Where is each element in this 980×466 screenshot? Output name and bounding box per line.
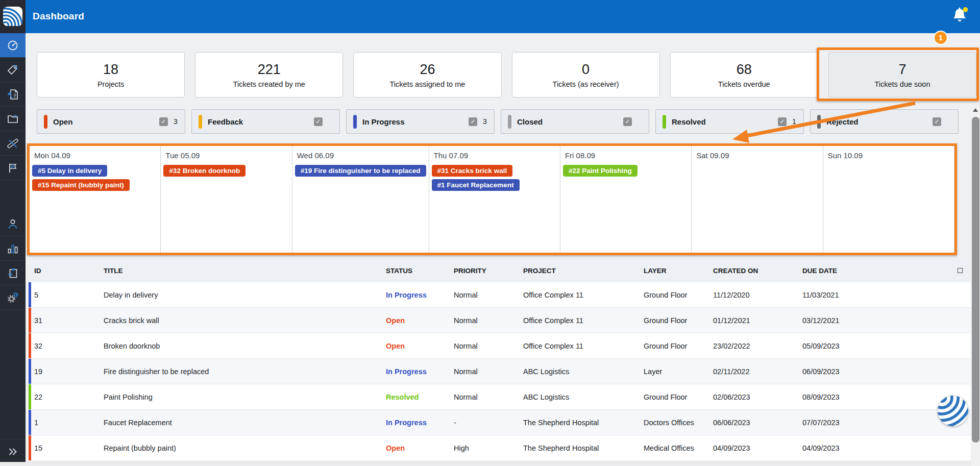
col-header-status[interactable]: STATUS — [380, 267, 448, 275]
calendar-day-label: Wed 06.09 — [295, 151, 336, 160]
status-filter-chip[interactable]: Closed — [501, 109, 649, 134]
cell-project: The Shepherd Hospital — [517, 419, 638, 427]
horizontal-scrollbar[interactable] — [0, 462, 971, 466]
col-header-due[interactable]: DUE DATE — [796, 267, 942, 275]
col-header-id[interactable]: ID — [29, 267, 97, 275]
cell-status: Resolved — [380, 393, 448, 401]
filter-checkbox[interactable] — [778, 117, 787, 126]
cell-layer: Ground Floor — [638, 316, 707, 325]
status-filter-chip[interactable]: Feedback — [191, 109, 340, 134]
cell-due: 11/03/2021 — [796, 291, 942, 299]
stat-card[interactable]: 221 Tickets created by me — [195, 52, 343, 97]
col-header-priority[interactable]: PRIORITY — [448, 267, 517, 275]
notifications-button[interactable] — [950, 6, 969, 24]
sidebar-item-projects[interactable] — [0, 107, 26, 131]
tickets-table: ID TITLE STATUS PRIORITY PROJECT LAYER C… — [29, 259, 971, 461]
filter-label: Closed — [517, 117, 618, 126]
calendar-day-column: Mon 04.09 #5 Delay in delivery #15 Repai… — [30, 146, 161, 253]
cell-priority: Normal — [448, 291, 517, 299]
table-row[interactable]: 5 Delay in delivery In Progress Normal O… — [29, 282, 971, 308]
scroll-up-arrow[interactable] — [973, 108, 978, 112]
cell-layer: Doctors Offices — [638, 419, 707, 427]
filter-count: 3 — [483, 117, 487, 126]
calendar-ticket-chip[interactable]: #22 Paint Polishing — [563, 165, 638, 177]
sidebar-item-plans[interactable] — [0, 131, 26, 156]
sidebar-item-dashboard[interactable] — [0, 33, 26, 58]
row-status-bar — [29, 333, 31, 358]
status-color-bar — [817, 115, 821, 129]
status-filter-chip[interactable]: In Progress 3 — [346, 109, 495, 134]
vertical-scrollbar-thumb[interactable] — [972, 117, 979, 443]
table-row[interactable]: 22 Paint Polishing Resolved Normal ABC L… — [29, 384, 971, 410]
stat-card[interactable]: 18 Projects — [37, 52, 185, 97]
calendar-ticket-chip[interactable]: #32 Broken doorknob — [163, 165, 246, 177]
sidebar-item-milestones[interactable] — [0, 156, 26, 180]
filter-label: Feedback — [208, 117, 308, 126]
stat-card[interactable]: 26 Tickets assigned to me — [353, 52, 501, 97]
sidebar-item-contacts[interactable] — [0, 212, 26, 236]
stat-value: 221 — [258, 62, 281, 78]
stat-card[interactable]: 68 Tickets overdue — [670, 52, 818, 97]
filter-checkbox[interactable] — [314, 117, 323, 126]
table-row[interactable]: 19 Fire distinguisher to be replaced In … — [29, 359, 971, 384]
cell-created: 02/06/2023 — [707, 393, 796, 401]
status-filter-row: Open 3 Feedback In Progress 3 Closed — [37, 109, 959, 134]
calendar-day-column: Thu 07.09 #31 Cracks brick wall #1 Fauce… — [429, 146, 560, 253]
filter-checkbox[interactable] — [623, 117, 632, 126]
sidebar-item-documents[interactable] — [0, 82, 26, 107]
sidebar-item-statistics[interactable] — [0, 236, 26, 261]
stat-label: Tickets assigned to me — [390, 80, 465, 88]
filter-checkbox[interactable] — [469, 117, 477, 126]
cell-created: 04/09/2023 — [707, 444, 796, 452]
cell-priority: High — [448, 444, 517, 452]
calendar-ticket-chip[interactable]: #5 Delay in delivery — [32, 165, 107, 177]
calendar-ticket-chip[interactable]: #19 Fire distinguisher to be replaced — [295, 165, 426, 177]
tag-icon — [7, 64, 19, 76]
cell-due: 05/09/2023 — [796, 342, 942, 350]
sidebar-item-settings[interactable] — [0, 285, 26, 310]
cell-id: 31 — [29, 316, 97, 325]
calendar-day-label: Thu 07.09 — [431, 151, 471, 160]
calendar-ticket-chip[interactable]: #31 Cracks brick wall — [432, 165, 513, 177]
col-header-created[interactable]: CREATED ON — [707, 267, 796, 275]
cell-id: 19 — [29, 367, 97, 376]
filter-count: 1 — [792, 117, 797, 126]
table-row[interactable]: 1 Faucet Replacement In Progress - The S… — [29, 410, 971, 435]
calendar-ticket-chip[interactable]: #15 Repaint (bubbly paint) — [32, 179, 130, 191]
notification-count-badge[interactable]: 1 — [934, 31, 948, 45]
status-filter-chip[interactable]: Resolved 1 — [655, 109, 804, 134]
vertical-scrollbar[interactable] — [971, 105, 980, 466]
status-filter-chip[interactable]: Rejected — [810, 109, 959, 134]
cell-title: Cracks brick wall — [97, 316, 380, 325]
calendar-day-column: Sat 09.09 — [692, 146, 823, 253]
col-header-layer[interactable]: LAYER — [638, 267, 707, 275]
col-header-project[interactable]: PROJECT — [517, 267, 638, 275]
row-status-bar — [29, 282, 31, 307]
stat-card[interactable]: 7 Tickets due soon — [828, 52, 976, 97]
stat-value: 7 — [898, 62, 906, 78]
calendar-day-column: Wed 06.09 #19 Fire distinguisher to be r… — [292, 146, 429, 253]
cell-status: Open — [380, 444, 448, 452]
filter-label: In Progress — [362, 117, 463, 126]
sidebar-item-tickets[interactable] — [0, 58, 26, 82]
col-header-title[interactable]: TITLE — [97, 267, 380, 275]
stat-card[interactable]: 0 Tickets (as receiver) — [512, 52, 660, 97]
sidebar-expand-button[interactable] — [0, 439, 26, 463]
folder-icon — [7, 113, 19, 125]
column-settings-icon[interactable] — [958, 268, 963, 273]
app-logo — [3, 7, 22, 26]
status-filter-chip[interactable]: Open 3 — [37, 109, 185, 134]
stat-value: 68 — [737, 62, 752, 78]
filter-checkbox[interactable] — [933, 117, 941, 126]
table-row[interactable]: 31 Cracks brick wall Open Normal Office … — [29, 308, 971, 333]
filter-checkbox[interactable] — [159, 117, 168, 126]
status-color-bar — [353, 115, 357, 129]
dashboard-screen: Dashboard 1 — [0, 0, 980, 466]
cell-created: 23/02/2022 — [707, 342, 796, 350]
cell-created: 11/12/2020 — [707, 291, 796, 299]
sidebar-item-tasks[interactable] — [0, 261, 26, 285]
table-row[interactable]: 15 Repaint (bubbly paint) Open High The … — [29, 435, 971, 461]
table-row[interactable]: 32 Broken doorknob Open Normal Office Co… — [29, 333, 971, 359]
calendar-ticket-chip[interactable]: #1 Faucet Replacement — [432, 179, 520, 191]
cell-layer: Layer — [638, 367, 707, 376]
